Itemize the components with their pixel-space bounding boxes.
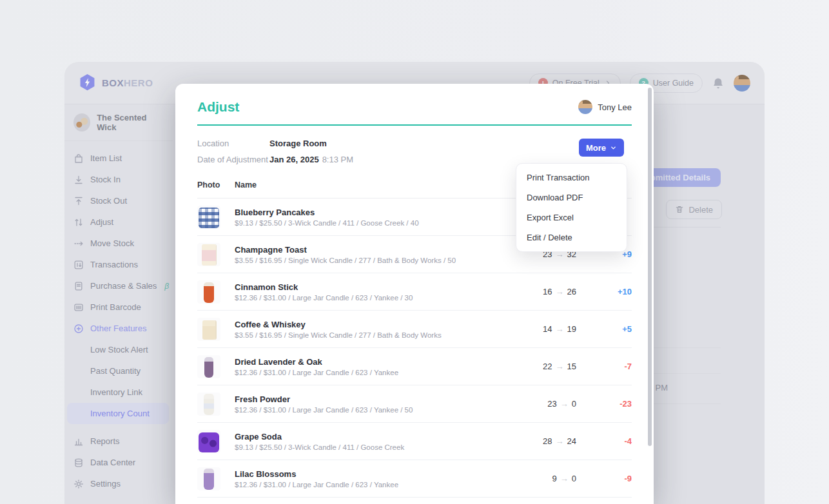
modal-scrollbar[interactable] bbox=[648, 88, 652, 446]
sidebar-item-reports[interactable]: Reports bbox=[64, 431, 173, 452]
sidebar-item-other-features[interactable]: Other Features bbox=[64, 318, 173, 339]
product-details: $12.36 / $31.00 / Large Jar Candle / 623… bbox=[235, 294, 505, 302]
meta-time: 8:13 PM bbox=[322, 155, 353, 164]
table-row[interactable]: Dried Lavender & Oak$12.36 / $31.00 / La… bbox=[197, 348, 632, 385]
table-row[interactable]: Cinnamon Stick$12.36 / $31.00 / Large Ja… bbox=[197, 273, 632, 311]
notifications-bell-icon[interactable] bbox=[712, 77, 725, 90]
more-dropdown-menu: Print TransactionDownload PDFExport Exce… bbox=[516, 163, 627, 252]
stock-in-icon bbox=[73, 175, 84, 185]
user-avatar[interactable] bbox=[734, 75, 750, 92]
quantity-change: 23→0 bbox=[505, 399, 576, 409]
workspace-switcher[interactable]: The Scented Wick bbox=[64, 104, 173, 141]
sidebar-item-label: Settings bbox=[90, 479, 121, 489]
barcode-icon bbox=[73, 302, 84, 313]
sidebar-item-stock-out[interactable]: Stock Out bbox=[64, 190, 173, 211]
sidebar-item-purchase-sales[interactable]: Purchase & Salesβ bbox=[64, 275, 173, 296]
workspace-avatar bbox=[73, 113, 90, 131]
brand-name: BOXHERO bbox=[102, 77, 153, 88]
sidebar-item-label: Purchase & Sales bbox=[90, 281, 157, 291]
product-name: Fresh Powder bbox=[235, 394, 505, 404]
sidebar-item-adjust[interactable]: Adjust bbox=[64, 211, 173, 233]
sidebar-item-label: Reports bbox=[90, 436, 120, 446]
sidebar-item-label: Low Stock Alert bbox=[90, 345, 148, 354]
arrow-right-icon: → bbox=[556, 362, 564, 371]
chart-icon bbox=[73, 436, 84, 447]
user-avatar bbox=[578, 100, 592, 114]
product-name: Dried Lavender & Oak bbox=[235, 357, 505, 367]
user-name: Tony Lee bbox=[598, 102, 632, 112]
product-details: $12.36 / $31.00 / Large Jar Candle / 623… bbox=[235, 406, 505, 414]
sidebar-item-move-stock[interactable]: Move Stock bbox=[64, 233, 173, 254]
product-details: $3.55 / $16.95 / Single Wick Candle / 27… bbox=[235, 257, 505, 264]
menu-item-download-pdf[interactable]: Download PDF bbox=[516, 188, 627, 208]
quantity-change: 28→24 bbox=[505, 436, 576, 446]
sidebar-item-label: Other Features bbox=[90, 324, 146, 333]
product-details: $12.36 / $31.00 / Large Jar Candle / 623… bbox=[235, 369, 505, 376]
adjust-icon bbox=[73, 217, 84, 228]
modal-title: Adjust bbox=[197, 99, 239, 115]
submitted-by-user: Tony Lee bbox=[578, 100, 632, 114]
change-delta: -23 bbox=[576, 399, 632, 409]
table-row[interactable]: Fresh Powder$12.36 / $31.00 / Large Jar … bbox=[197, 385, 632, 423]
quantity-change: 16→26 bbox=[505, 287, 576, 296]
change-delta: -9 bbox=[576, 474, 632, 483]
product-name: Cinnamon Stick bbox=[235, 282, 505, 292]
table-row[interactable]: Lilac Blossoms$12.36 / $31.00 / Large Ja… bbox=[197, 460, 632, 498]
product-photo bbox=[197, 318, 220, 341]
product-name: Champagne Toast bbox=[235, 245, 505, 255]
product-photo bbox=[197, 280, 220, 304]
sidebar-item-inventory-count[interactable]: Inventory Count bbox=[67, 403, 169, 424]
sidebar: The Scented Wick Item ListStock InStock … bbox=[64, 104, 173, 504]
product-details: $3.55 / $16.95 / Single Wick Candle / 27… bbox=[235, 331, 505, 339]
move-icon bbox=[73, 238, 84, 249]
adjust-detail-modal: Adjust Tony Lee Location Storage Room Da… bbox=[175, 84, 654, 504]
menu-item-export-excel[interactable]: Export Excel bbox=[516, 208, 627, 228]
sidebar-item-print-barcode[interactable]: Print Barcode bbox=[64, 296, 173, 318]
table-row[interactable]: Grape Soda$9.13 / $25.50 / 3-Wick Candle… bbox=[197, 423, 632, 460]
sidebar-item-item-list[interactable]: Item List bbox=[64, 148, 173, 169]
sidebar-item-data-center[interactable]: Data Center bbox=[64, 452, 173, 473]
document-icon bbox=[73, 281, 84, 291]
sidebar-item-label: Transactions bbox=[90, 260, 138, 269]
delete-button[interactable]: Delete bbox=[666, 200, 722, 219]
sidebar-item-label: Inventory Count bbox=[90, 409, 150, 418]
meta-location-row: Location Storage Room bbox=[197, 135, 632, 151]
menu-item-edit-delete[interactable]: Edit / Delete bbox=[516, 228, 627, 247]
stock-out-icon bbox=[73, 196, 84, 206]
delete-label: Delete bbox=[688, 205, 713, 215]
sidebar-item-low-stock-alert[interactable]: Low Stock Alert bbox=[64, 339, 173, 360]
product-name: Grape Soda bbox=[235, 432, 505, 441]
arrow-right-icon: → bbox=[556, 287, 564, 296]
boxhero-logo: BOXHERO bbox=[79, 73, 153, 92]
circle-plus-icon bbox=[73, 324, 84, 334]
arrow-right-icon: → bbox=[560, 399, 569, 409]
meta-label: Location bbox=[197, 139, 269, 148]
sidebar-item-label: Stock In bbox=[90, 175, 121, 184]
more-button[interactable]: More bbox=[579, 139, 624, 157]
arrow-right-icon: → bbox=[556, 436, 564, 446]
column-name: Name bbox=[235, 180, 505, 189]
meta-value: Storage Room bbox=[269, 139, 327, 148]
product-photo bbox=[197, 206, 220, 229]
product-photo bbox=[197, 243, 220, 266]
arrow-right-icon: → bbox=[560, 474, 569, 483]
sidebar-item-stock-in[interactable]: Stock In bbox=[64, 169, 173, 190]
product-details: $9.13 / $25.50 / 3-Wick Candle / 411 / G… bbox=[235, 443, 505, 451]
sidebar-item-transactions[interactable]: Transactions bbox=[64, 254, 173, 275]
bag-icon bbox=[73, 153, 84, 164]
product-name: Coffee & Whiskey bbox=[235, 320, 505, 329]
product-details: $9.13 / $25.50 / 3-Wick Candle / 411 / G… bbox=[235, 219, 505, 227]
change-delta: -7 bbox=[576, 362, 632, 371]
product-name: Lilac Blossoms bbox=[235, 469, 505, 479]
product-photo bbox=[197, 393, 220, 416]
sidebar-item-settings[interactable]: Settings bbox=[64, 473, 173, 494]
table-row[interactable]: Coffee & Whiskey$3.55 / $16.95 / Single … bbox=[197, 311, 632, 348]
quantity-change: 14→19 bbox=[505, 324, 576, 334]
product-photo bbox=[197, 355, 220, 378]
meta-value: Jan 26, 2025 bbox=[269, 155, 319, 164]
menu-item-print-transaction[interactable]: Print Transaction bbox=[516, 168, 627, 188]
user-guide-label: User Guide bbox=[653, 79, 694, 88]
sidebar-item-inventory-link[interactable]: Inventory Link bbox=[64, 382, 173, 403]
sidebar-item-past-quantity[interactable]: Past Quantity bbox=[64, 360, 173, 382]
arrow-right-icon: → bbox=[556, 324, 564, 334]
